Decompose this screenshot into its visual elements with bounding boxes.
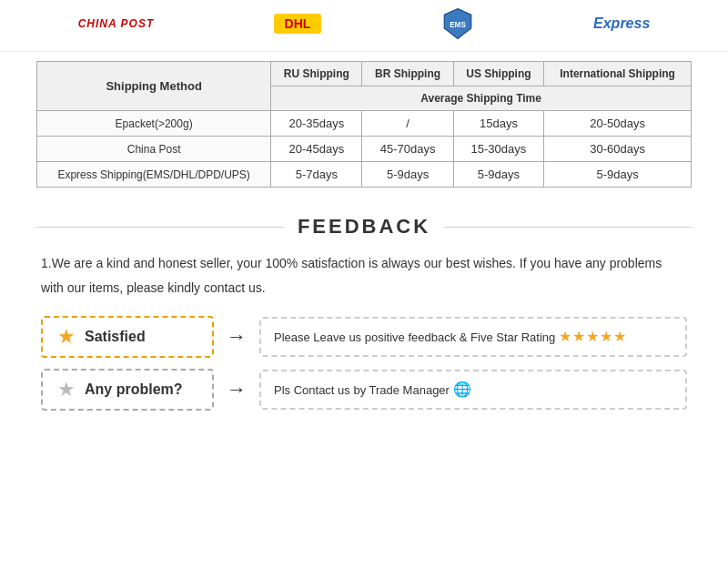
five-stars: ★ ★ ★ ★ ★ [559, 326, 626, 348]
table-row: Epacket(>200g) 20-35days / 15days 20-50d… [37, 111, 692, 137]
epacket-ru: 20-35days [271, 111, 362, 137]
feedback-text: 1.We are a kind and honest seller, your … [36, 251, 692, 300]
satisfied-box: ★ Satisfied [41, 316, 214, 358]
star-grey-icon: ★ [57, 378, 76, 401]
table-row: Express Shipping(EMS/DHL/DPD/UPS) 5-7day… [37, 162, 692, 188]
col-br: BR Shipping [362, 62, 453, 86]
china-post-logo: CHINA POST [78, 17, 155, 30]
feedback-section: FEEDBACK 1.We are a kind and honest sell… [0, 201, 728, 429]
express-br: 5-9days [362, 162, 453, 188]
satisfied-result-text: Please Leave us positive feedback & Five… [274, 330, 555, 344]
feedback-rows: ★ Satisfied → Please Leave us positive f… [36, 316, 692, 411]
chinapost-intl: 30-60days [544, 137, 692, 162]
express-logo: Express [593, 15, 650, 32]
star4-icon: ★ [600, 326, 612, 348]
feedback-divider: FEEDBACK [36, 215, 692, 239]
star1-icon: ★ [559, 326, 571, 348]
satisfied-result-box: Please Leave us positive feedback & Five… [259, 317, 687, 357]
epacket-br: / [362, 111, 453, 137]
feedback-title: FEEDBACK [284, 215, 444, 239]
method-express: Express Shipping(EMS/DHL/DPD/UPS) [37, 162, 271, 188]
shipping-section: Shipping Method RU Shipping BR Shipping … [0, 52, 728, 201]
table-row: China Post 20-45days 45-70days 15-30days… [37, 137, 692, 162]
method-epacket: Epacket(>200g) [37, 111, 271, 137]
avg-time-label: Average Shipping Time [271, 86, 692, 111]
express-intl: 5-9days [544, 162, 692, 188]
satisfied-row: ★ Satisfied → Please Leave us positive f… [41, 316, 687, 358]
star2-icon: ★ [572, 326, 585, 348]
express-ru: 5-7days [271, 162, 362, 188]
star5-icon: ★ [613, 326, 626, 348]
problem-box: ★ Any problem? [41, 369, 214, 411]
logos-bar: CHINA POST DHL EMS Express [0, 0, 728, 52]
arrow2-icon: → [227, 378, 247, 401]
globe-icon: 🌐 [453, 381, 471, 397]
svg-text:EMS: EMS [450, 21, 466, 29]
problem-result-text: Pls Contact us by Trade Manager [274, 383, 450, 397]
ems-logo: EMS [441, 7, 474, 40]
col-ru: RU Shipping [271, 62, 362, 86]
method-chinapost: China Post [37, 137, 271, 162]
dhl-logo: DHL [274, 14, 322, 34]
express-us: 5-9days [453, 162, 543, 188]
problem-result-box: Pls Contact us by Trade Manager 🌐 [259, 370, 687, 410]
chinapost-ru: 20-45days [271, 137, 362, 162]
arrow-icon: → [227, 325, 247, 349]
method-header: Shipping Method [37, 62, 271, 111]
problem-row: ★ Any problem? → Pls Contact us by Trade… [41, 369, 687, 411]
problem-label: Any problem? [85, 381, 183, 398]
chinapost-us: 15-30days [453, 137, 543, 162]
col-intl: International Shipping [544, 62, 692, 86]
col-us: US Shipping [453, 62, 543, 86]
epacket-intl: 20-50days [544, 111, 692, 137]
epacket-us: 15days [453, 111, 543, 137]
star-gold-icon: ★ [57, 325, 76, 349]
shipping-table: Shipping Method RU Shipping BR Shipping … [36, 61, 692, 188]
satisfied-label: Satisfied [85, 329, 146, 345]
chinapost-br: 45-70days [362, 137, 453, 162]
star3-icon: ★ [586, 326, 599, 348]
